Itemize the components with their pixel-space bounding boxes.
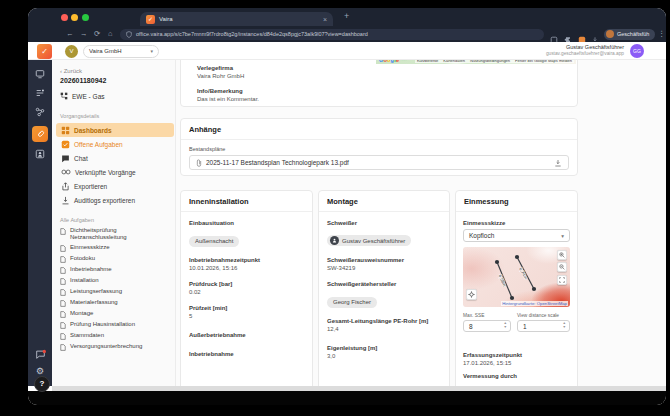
field-label: Prüfzeit [min] <box>189 305 304 311</box>
field-value: 0.02 <box>189 289 304 295</box>
sidebar-item-verknuepfte-vorgaenge[interactable]: Verknüpfte Vorgänge <box>56 165 174 179</box>
sidebar-item-chat[interactable]: Chat <box>56 151 174 165</box>
site-info-shield-icon[interactable] <box>126 31 132 38</box>
field-value: Das ist ein Kommentar. <box>197 96 577 102</box>
google-logo: Google <box>379 60 399 63</box>
sidebar-item-label: Verknüpfte Vorgänge <box>75 169 136 176</box>
task-item[interactable]: Montage <box>60 310 171 318</box>
rail-contacts-icon[interactable] <box>34 148 46 160</box>
browser-window: ✓ Vaira × + ← → ⟳ ⌂ office.vaira.app/s/c… <box>28 8 666 405</box>
sidebar-item-label: Auditlogs exportieren <box>74 197 135 204</box>
task-item[interactable]: Prüfung Hausinstallation <box>60 321 171 329</box>
user-avatar[interactable]: GG <box>630 44 644 58</box>
document-icon <box>60 278 66 285</box>
person-avatar-icon <box>330 236 339 245</box>
zoom-window-button[interactable] <box>82 14 89 21</box>
home-icon[interactable]: ⌂ <box>108 29 113 38</box>
rail-processes-icon[interactable] <box>34 87 46 99</box>
rail-cases-icon[interactable] <box>32 126 48 142</box>
rail-network-icon[interactable] <box>34 106 46 118</box>
montage-title: Montage <box>319 191 449 211</box>
url-text: office.vaira.app/s/c7be7mnm9f7rdro8tg2g/… <box>136 31 368 37</box>
zoom-in-button[interactable] <box>557 250 567 260</box>
stepper-arrows-icon[interactable]: ▲▼ <box>503 322 507 329</box>
browser-profile-label: Geschäftsfüh <box>617 31 649 37</box>
document-icon <box>60 300 66 307</box>
sidebar-item-dashboards[interactable]: Dashboards <box>56 123 174 137</box>
map-thumbnail[interactable]: Google Kurzbefehle Kartendaten Nutzungsb… <box>376 60 576 64</box>
field-label: Inbetriebnahme <box>189 351 304 357</box>
browser-profile-chip[interactable]: Geschäftsfüh <box>604 29 655 40</box>
document-icon <box>60 344 66 351</box>
locate-button[interactable] <box>466 289 477 300</box>
einbausituation-chip: Außenschacht <box>189 236 239 247</box>
project-row[interactable]: EWE - Gas <box>60 92 171 100</box>
task-item[interactable]: Stammdaten <box>60 332 171 340</box>
field-value: 17.01.2026, 15:15 <box>463 360 570 366</box>
stepper-arrows-icon[interactable]: ▲▼ <box>562 322 566 329</box>
forward-icon[interactable]: → <box>80 29 88 38</box>
task-item[interactable]: Leistungserfassung <box>60 288 171 296</box>
task-list: Dichtheitsprüfung Netzanschlussleitung E… <box>60 227 171 351</box>
file-download-icon[interactable] <box>554 159 562 167</box>
document-icon <box>60 228 66 235</box>
company-select[interactable]: Vaira GmbH ▾ <box>83 45 159 58</box>
sidebar-item-auditlogs-exportieren[interactable]: Auditlogs exportieren <box>56 193 174 207</box>
field-label: Schweißgerätehersteller <box>327 281 441 287</box>
task-item[interactable]: Versorgungsunterbrechung <box>60 343 171 351</box>
task-item[interactable]: Inbetriebnahme <box>60 266 171 274</box>
task-item[interactable]: Einmessskizze <box>60 244 171 252</box>
einmessung-card: Einmessung Einmessskizze Kopfloch ▾ <box>455 190 578 386</box>
sidebar-item-offene-aufgaben[interactable]: Offene Aufgaben <box>56 137 174 151</box>
geraetehersteller-chip: Georg Fischer <box>327 297 377 308</box>
sidebar-item-exportieren[interactable]: Exportieren <box>56 179 174 193</box>
vaira-logo[interactable]: ✓ <box>37 44 52 59</box>
task-item[interactable]: Materialerfassung <box>60 299 171 307</box>
address-bar[interactable]: office.vaira.app/s/c7be7mnm9f7rdro8tg2g/… <box>120 29 544 40</box>
app-header: ✓ V Vaira GmbH ▾ Gustav Geschäftsführer … <box>28 42 666 60</box>
schweisser-person-chip: Gustav Geschäftsführer <box>327 235 411 246</box>
rail-screens-icon[interactable] <box>34 68 46 80</box>
file-row[interactable]: 2025-11-17 Bestandsplan Technologiepark … <box>189 155 569 170</box>
field-label: Info/Bemerkung <box>197 88 577 94</box>
minimize-window-button[interactable] <box>71 14 78 21</box>
field-value: 12,4 <box>327 326 441 332</box>
field-label: Verlegefirma <box>197 65 577 71</box>
view-distance-stepper[interactable]: 1 ▲▼ <box>517 320 570 332</box>
back-link[interactable]: ‹ Zurück <box>60 68 171 74</box>
measurement-sketch[interactable]: 6,58m 6,74m Hintergrundkarte: OpenStreet… <box>463 247 570 307</box>
field-label: Außerbetriebnahme <box>189 332 304 338</box>
back-icon[interactable]: ← <box>66 29 74 38</box>
select-value: Kopfloch <box>469 232 494 239</box>
osm-background-link[interactable]: Hintergrundkarte: OpenStreetMap <box>501 301 568 306</box>
attachments-card: Anhänge Bestandspläne 2025-11-17 Bestand… <box>180 118 578 176</box>
inneninstallation-card: Inneninstallation Einbausituation Außens… <box>180 190 313 386</box>
close-window-button[interactable] <box>61 14 68 21</box>
person-name: Gustav Geschäftsführer <box>342 238 405 244</box>
browser-menu-icon[interactable]: ⋮ <box>658 29 666 38</box>
sidebar: ‹ Zurück 202601180942 EWE - Gas Vorgangs… <box>52 60 176 386</box>
chat-icon <box>61 154 70 163</box>
browser-tab[interactable]: ✓ Vaira × <box>140 12 333 26</box>
help-button[interactable]: ? <box>34 376 50 392</box>
einmessskizze-select[interactable]: Kopfloch ▾ <box>463 229 570 242</box>
max-sse-stepper[interactable]: 8 ▲▼ <box>463 320 511 332</box>
reload-icon[interactable]: ⟳ <box>94 29 100 38</box>
map-attrib-link[interactable]: Fehler bei Google Maps melden <box>515 60 572 63</box>
tab-close-icon[interactable]: × <box>323 16 327 23</box>
map-attrib-link[interactable]: Nutzungsbedingungen <box>470 60 510 63</box>
grid-icon <box>61 126 70 135</box>
task-item[interactable]: Fotodoku <box>60 255 171 263</box>
zoom-out-button[interactable] <box>557 262 567 272</box>
user-name: Gustav Geschäftsführer <box>546 44 624 51</box>
new-tab-button[interactable]: + <box>344 11 349 21</box>
fullscreen-button[interactable] <box>557 275 567 285</box>
company-select-value: Vaira GmbH <box>89 48 122 54</box>
task-item[interactable]: Installation <box>60 277 171 285</box>
view-distance-scale-label: View distance scale <box>517 313 570 318</box>
field-label: Vermessung durch <box>463 373 570 379</box>
map-attrib-link[interactable]: Kurzbefehle <box>417 60 438 63</box>
rail-feedback-icon[interactable] <box>34 348 46 360</box>
map-attrib-link[interactable]: Kartendaten <box>443 60 465 63</box>
task-item[interactable]: Dichtheitsprüfung Netzanschlussleitung <box>60 227 171 241</box>
